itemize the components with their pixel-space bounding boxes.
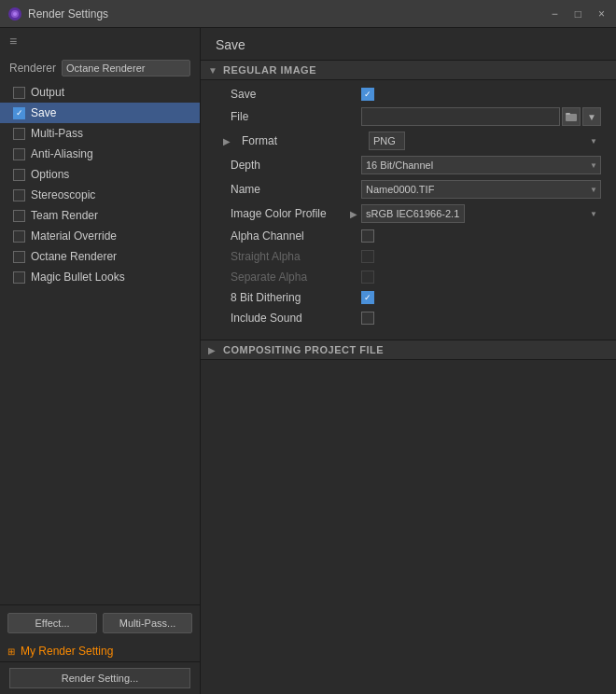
render-setting-label: My Render Setting	[21, 645, 113, 658]
sidebar-item-octane-renderer[interactable]: Octane Renderer	[0, 246, 200, 267]
alpha-channel-row: Alpha Channel	[201, 226, 616, 246]
regular-image-section: ▼ REGULAR IMAGE Save File	[201, 60, 616, 332]
save-checkbox[interactable]	[13, 107, 25, 119]
format-field-label: Format	[242, 134, 369, 147]
sidebar-item-anti-aliasing[interactable]: Anti-Aliasing	[0, 144, 200, 164]
sidebar-item-output[interactable]: Output	[0, 82, 200, 103]
expand-icon: ⊞	[7, 646, 15, 657]
sidebar-item-multi-pass[interactable]: Multi-Pass	[0, 123, 200, 144]
depth-field-label: Depth	[231, 159, 361, 172]
save-field-value	[361, 88, 601, 101]
effect-button[interactable]: Effect...	[7, 613, 97, 633]
sidebar-item-material-override[interactable]: Material Override	[0, 226, 200, 246]
sidebar-item-magic-bullet-looks[interactable]: Magic Bullet Looks	[0, 267, 200, 287]
file-dropdown-button[interactable]: ▼	[582, 107, 601, 126]
sidebar-item-options[interactable]: Options	[0, 164, 200, 185]
regular-image-body: Save File	[201, 80, 616, 332]
name-select-wrapper: Name0000.TIF	[361, 180, 601, 199]
alpha-channel-label: Alpha Channel	[231, 229, 361, 243]
anti-aliasing-checkbox[interactable]	[13, 148, 25, 160]
alpha-channel-value	[361, 229, 601, 243]
include-sound-row: Include Sound	[201, 308, 616, 328]
close-button[interactable]: ×	[595, 6, 609, 22]
depth-select[interactable]: 16 Bit/Channel 8 Bit/Channel 32 Bit/Chan…	[361, 156, 601, 174]
output-checkbox[interactable]	[13, 87, 25, 99]
straight-alpha-checkbox[interactable]	[361, 250, 374, 263]
team-render-label: Team Render	[31, 209, 98, 222]
folder-icon	[566, 111, 577, 122]
bit-dithering-row: 8 Bit Dithering	[201, 287, 616, 308]
save-field-row: Save	[201, 84, 616, 104]
image-color-arrow-icon: ▶	[350, 209, 357, 219]
name-field-row: Name Name0000.TIF	[201, 177, 616, 201]
sidebar-item-save[interactable]: Save	[0, 103, 200, 123]
stereoscopic-checkbox[interactable]	[13, 189, 25, 201]
file-field-row: File ▼	[201, 104, 616, 129]
save-field-checkbox[interactable]	[361, 88, 374, 101]
file-browse-button[interactable]	[562, 107, 581, 126]
image-color-profile-select[interactable]: sRGB IEC61966-2.1	[361, 204, 465, 223]
output-label: Output	[31, 86, 64, 99]
content-area: Save ▼ REGULAR IMAGE Save File	[201, 28, 616, 694]
svg-point-2	[13, 12, 17, 16]
straight-alpha-value	[361, 250, 601, 263]
main-container: ≡ Renderer Octane Renderer Standard Phys…	[0, 28, 616, 694]
include-sound-label: Include Sound	[231, 312, 361, 325]
minimize-button[interactable]: −	[548, 6, 562, 22]
svg-rect-4	[566, 113, 570, 115]
svg-rect-3	[566, 114, 577, 121]
separate-alpha-checkbox[interactable]	[361, 271, 374, 284]
bit-dithering-label: 8 Bit Dithering	[231, 291, 361, 304]
separate-alpha-row: Separate Alpha	[201, 267, 616, 287]
renderer-label: Renderer	[9, 62, 56, 75]
save-field-label: Save	[231, 88, 361, 101]
save-label: Save	[31, 106, 56, 119]
sidebar-item-stereoscopic[interactable]: Stereoscopic	[0, 185, 200, 205]
renderer-select[interactable]: Octane Renderer Standard Physical	[62, 60, 190, 76]
format-arrow-icon: ▶	[223, 136, 234, 146]
name-field-label: Name	[231, 183, 361, 196]
format-select[interactable]: PNG TIFF JPEG	[369, 132, 405, 150]
format-select-wrapper: PNG TIFF JPEG	[369, 132, 601, 150]
file-text-input[interactable]	[361, 107, 560, 126]
multi-pass-checkbox[interactable]	[13, 128, 25, 140]
app-icon	[7, 7, 22, 21]
title-bar: Render Settings − □ ×	[0, 0, 616, 28]
magic-bullet-checkbox[interactable]	[13, 271, 25, 284]
compositing-arrow-icon: ▶	[208, 345, 217, 355]
bit-dithering-checkbox[interactable]	[361, 291, 374, 304]
nav-items: Output Save Multi-Pass Anti-Aliasing Opt…	[0, 82, 200, 604]
straight-alpha-row: Straight Alpha	[201, 246, 616, 267]
save-title: Save	[201, 37, 616, 60]
options-label: Options	[31, 168, 69, 181]
multi-pass-label: Multi-Pass	[31, 127, 83, 140]
sidebar-bottom: Effect... Multi-Pass... ⊞ My Render Sett…	[0, 604, 200, 694]
window-controls: − □ ×	[548, 6, 609, 22]
format-field-row: ▶ Format PNG TIFF JPEG	[201, 129, 616, 153]
depth-field-row: Depth 16 Bit/Channel 8 Bit/Channel 32 Bi…	[201, 153, 616, 177]
section-arrow-icon: ▼	[208, 65, 217, 76]
multi-pass-button[interactable]: Multi-Pass...	[103, 613, 192, 633]
regular-image-header[interactable]: ▼ REGULAR IMAGE	[201, 60, 616, 80]
file-field-value: ▼	[361, 107, 601, 126]
material-override-checkbox[interactable]	[13, 230, 25, 243]
team-render-checkbox[interactable]	[13, 210, 25, 222]
render-setting-button[interactable]: Render Setting...	[9, 668, 190, 688]
anti-aliasing-label: Anti-Aliasing	[31, 147, 93, 160]
sidebar-item-team-render[interactable]: Team Render	[0, 205, 200, 226]
compositing-project-header[interactable]: ▶ COMPOSITING PROJECT FILE	[201, 340, 616, 360]
alpha-channel-checkbox[interactable]	[361, 229, 374, 243]
window-title: Render Settings	[28, 7, 548, 21]
renderer-row: Renderer Octane Renderer Standard Physic…	[0, 54, 200, 82]
name-select[interactable]: Name0000.TIF	[361, 180, 601, 199]
magic-bullet-label: Magic Bullet Looks	[31, 271, 125, 284]
depth-select-wrapper: 16 Bit/Channel 8 Bit/Channel 32 Bit/Chan…	[361, 156, 601, 174]
menu-icon[interactable]: ≡	[0, 28, 200, 54]
include-sound-checkbox[interactable]	[361, 312, 374, 325]
maximize-button[interactable]: □	[571, 6, 585, 22]
octane-renderer-checkbox[interactable]	[13, 251, 25, 263]
include-sound-value	[361, 312, 601, 325]
options-checkbox[interactable]	[13, 169, 25, 181]
image-color-profile-label: Image Color Profile	[231, 207, 350, 220]
regular-image-title: REGULAR IMAGE	[223, 64, 316, 76]
